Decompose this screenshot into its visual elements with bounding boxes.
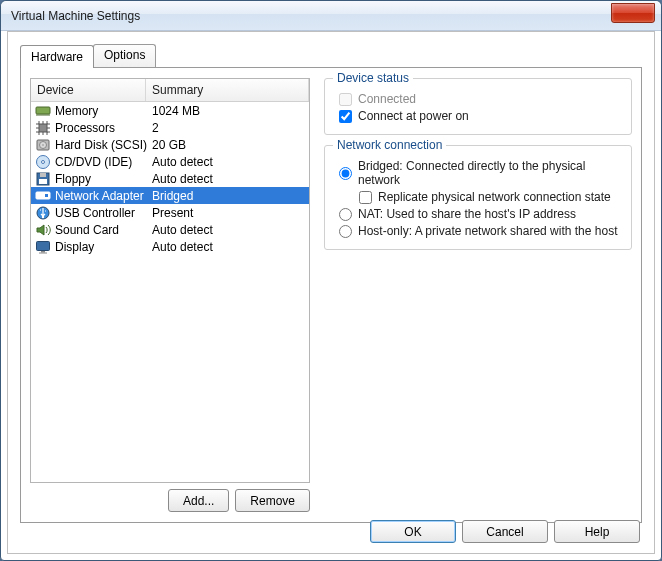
tab-options[interactable]: Options xyxy=(93,44,156,67)
list-row[interactable]: Memory 1024 MB xyxy=(31,102,309,119)
list-row[interactable]: Floppy Auto detect xyxy=(31,170,309,187)
device-list[interactable]: Device Summary Memory 1024 MB Processors… xyxy=(30,78,310,483)
cpu-icon xyxy=(35,120,51,136)
remove-button[interactable]: Remove xyxy=(235,489,310,512)
titlebar[interactable]: Virtual Machine Settings xyxy=(1,1,661,31)
checkbox-power-on[interactable] xyxy=(339,110,352,123)
label-nat: NAT: Used to share the host's IP address xyxy=(358,207,576,221)
ok-button-label: OK xyxy=(404,525,421,539)
hdd-icon xyxy=(35,137,51,153)
svg-rect-0 xyxy=(36,107,50,114)
device-name: Sound Card xyxy=(55,223,119,237)
checkbox-replicate[interactable] xyxy=(359,191,372,204)
ok-button[interactable]: OK xyxy=(370,520,456,543)
tab-strip: Hardware Options xyxy=(20,44,642,67)
svg-point-6 xyxy=(42,160,45,163)
device-summary: Auto detect xyxy=(148,155,307,169)
remove-button-label: Remove xyxy=(250,494,295,508)
radio-hostonly[interactable] xyxy=(339,225,352,238)
header-device[interactable]: Device xyxy=(31,79,146,101)
dialog-buttons: OK Cancel Help xyxy=(370,520,640,543)
nic-icon xyxy=(35,188,51,204)
device-name: Processors xyxy=(55,121,115,135)
device-summary: Present xyxy=(148,206,307,220)
svg-rect-1 xyxy=(39,124,47,132)
list-row[interactable]: Display Auto detect xyxy=(31,238,309,255)
tabpage-hardware: Device Summary Memory 1024 MB Processors… xyxy=(20,67,642,523)
label-hostonly: Host-only: A private network shared with… xyxy=(358,224,617,238)
device-name: Network Adapter xyxy=(55,189,144,203)
svg-point-13 xyxy=(42,215,44,217)
memory-icon xyxy=(35,103,51,119)
label-connected: Connected xyxy=(358,92,416,106)
device-name: Display xyxy=(55,240,94,254)
label-power-on: Connect at power on xyxy=(358,109,469,123)
header-summary[interactable]: Summary xyxy=(146,79,309,101)
group-device-status-title: Device status xyxy=(333,71,413,85)
svg-rect-14 xyxy=(37,241,50,250)
display-icon xyxy=(35,239,51,255)
client-area: Hardware Options Device Summary Memory 1… xyxy=(7,31,655,554)
device-name: CD/DVD (IDE) xyxy=(55,155,132,169)
floppy-icon xyxy=(35,171,51,187)
checkbox-connected xyxy=(339,93,352,106)
device-summary: 1024 MB xyxy=(148,104,307,118)
opt-nat[interactable]: NAT: Used to share the host's IP address xyxy=(339,207,621,221)
device-summary: Bridged xyxy=(148,189,307,203)
list-row[interactable]: Network Adapter Bridged xyxy=(31,187,309,204)
usb-icon xyxy=(35,205,51,221)
dialog-window: Virtual Machine Settings Hardware Option… xyxy=(0,0,662,561)
group-network-connection: Network connection Bridged: Connected di… xyxy=(324,145,632,250)
svg-point-4 xyxy=(42,144,44,146)
list-row[interactable]: CD/DVD (IDE) Auto detect xyxy=(31,153,309,170)
group-network-title: Network connection xyxy=(333,138,446,152)
cd-icon xyxy=(35,154,51,170)
label-replicate: Replicate physical network connection st… xyxy=(378,190,611,204)
device-summary: Auto detect xyxy=(148,240,307,254)
svg-rect-8 xyxy=(40,173,46,177)
radio-bridged[interactable] xyxy=(339,167,352,180)
help-button-label: Help xyxy=(585,525,610,539)
list-header: Device Summary xyxy=(31,79,309,102)
device-summary: 20 GB xyxy=(148,138,307,152)
device-summary: Auto detect xyxy=(148,223,307,237)
add-button-label: Add... xyxy=(183,494,214,508)
opt-bridged[interactable]: Bridged: Connected directly to the physi… xyxy=(339,159,621,187)
tab-options-label: Options xyxy=(104,48,145,62)
svg-rect-15 xyxy=(41,251,45,253)
opt-power-on[interactable]: Connect at power on xyxy=(339,109,621,123)
device-name: USB Controller xyxy=(55,206,135,220)
window-title: Virtual Machine Settings xyxy=(11,9,611,23)
label-bridged: Bridged: Connected directly to the physi… xyxy=(358,159,621,187)
device-name: Floppy xyxy=(55,172,91,186)
opt-replicate[interactable]: Replicate physical network connection st… xyxy=(359,190,621,204)
list-row[interactable]: Hard Disk (SCSI) 20 GB xyxy=(31,136,309,153)
cancel-button-label: Cancel xyxy=(486,525,523,539)
device-summary: Auto detect xyxy=(148,172,307,186)
opt-connected: Connected xyxy=(339,92,621,106)
list-row[interactable]: Sound Card Auto detect xyxy=(31,221,309,238)
close-button[interactable] xyxy=(611,3,655,23)
radio-nat[interactable] xyxy=(339,208,352,221)
cancel-button[interactable]: Cancel xyxy=(462,520,548,543)
svg-rect-9 xyxy=(39,179,47,184)
opt-hostonly[interactable]: Host-only: A private network shared with… xyxy=(339,224,621,238)
sound-icon xyxy=(35,222,51,238)
tab-hardware[interactable]: Hardware xyxy=(20,45,94,68)
svg-rect-11 xyxy=(45,194,48,197)
group-device-status: Device status Connected Connect at power… xyxy=(324,78,632,135)
svg-rect-16 xyxy=(39,252,47,253)
device-name: Hard Disk (SCSI) xyxy=(55,138,147,152)
list-row[interactable]: USB Controller Present xyxy=(31,204,309,221)
device-name: Memory xyxy=(55,104,98,118)
tab-hardware-label: Hardware xyxy=(31,50,83,64)
add-button[interactable]: Add... xyxy=(168,489,229,512)
help-button[interactable]: Help xyxy=(554,520,640,543)
list-row[interactable]: Processors 2 xyxy=(31,119,309,136)
device-summary: 2 xyxy=(148,121,307,135)
